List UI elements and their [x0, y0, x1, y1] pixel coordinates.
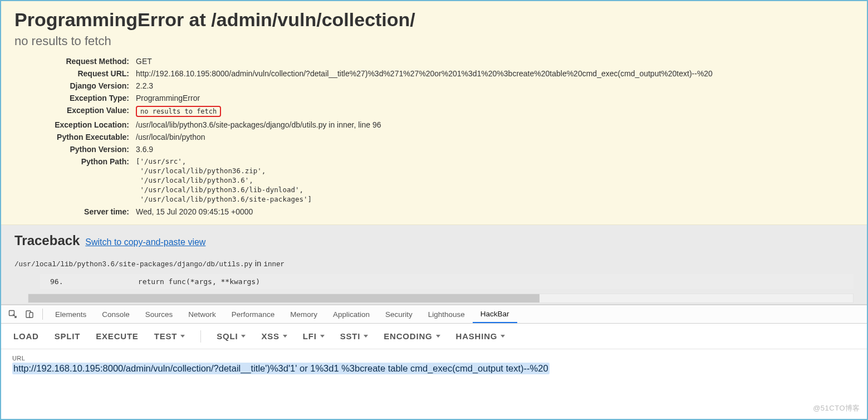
hackbar-xss-button[interactable]: XSS	[261, 331, 287, 341]
svg-rect-2	[30, 312, 33, 318]
info-value: http://192.168.10.195:8000/admin/vuln/co…	[133, 67, 716, 80]
url-input[interactable]: http://192.168.10.195:8000/admin/vuln/co…	[12, 363, 550, 374]
devtools-tabstrip: ElementsConsoleSourcesNetworkPerformance…	[1, 305, 867, 324]
devtools-tab-performance[interactable]: Performance	[224, 305, 282, 323]
hackbar-sqli-button[interactable]: SQLI	[217, 331, 246, 341]
devtools-tab-sources[interactable]: Sources	[138, 305, 181, 323]
django-error-summary: ProgrammingError at /admin/vuln/collecti…	[1, 1, 867, 225]
devtools-tab-console[interactable]: Console	[94, 305, 138, 323]
traceback-file-path: /usr/local/lib/python3.6/site-packages/d…	[14, 261, 253, 268]
info-value: Wed, 15 Jul 2020 09:45:15 +0000	[133, 206, 716, 218]
info-label: Request Method:	[14, 55, 133, 67]
hackbar-url-section: URL http://192.168.10.195:8000/admin/vul…	[1, 349, 867, 377]
traceback-heading: Traceback	[14, 233, 80, 248]
info-label: Exception Location:	[14, 119, 133, 131]
button-label: SSTI	[340, 331, 361, 341]
devtools-tab-network[interactable]: Network	[180, 305, 224, 323]
separator	[200, 330, 201, 343]
info-label: Python Version:	[14, 143, 133, 155]
info-value: /usr/local/lib/python3.6/site-packages/d…	[133, 119, 716, 131]
info-value: GET	[133, 55, 716, 67]
traceback-code-line[interactable]: 96. return func(*args, **kwargs)	[40, 274, 854, 289]
page-title: ProgrammingError at /admin/vuln/collecti…	[14, 9, 854, 31]
traceback-func: inner	[264, 261, 285, 268]
inspect-icon[interactable]	[7, 308, 19, 320]
error-subtitle: no results to fetch	[14, 34, 854, 48]
traceback-code: return func(*args, **kwargs)	[134, 277, 260, 286]
devtools-tab-memory[interactable]: Memory	[282, 305, 325, 323]
chevron-down-icon	[283, 335, 287, 338]
button-label: LOAD	[13, 331, 39, 341]
url-label: URL	[12, 355, 856, 362]
info-label: Python Path:	[14, 155, 133, 206]
chevron-down-icon	[241, 335, 246, 338]
hackbar-load-button[interactable]: LOAD	[13, 331, 39, 341]
chevron-down-icon	[501, 335, 505, 338]
info-value: /usr/local/bin/python	[133, 131, 716, 143]
hackbar-test-button[interactable]: TEST	[154, 331, 185, 341]
info-label: Request URL:	[14, 67, 133, 80]
error-info-table: Request Method: GET Request URL: http://…	[14, 55, 716, 218]
hackbar-toolbar: LOADSPLITEXECUTETESTSQLIXSSLFISSTIENCODI…	[1, 324, 867, 349]
button-label: HASHING	[456, 331, 498, 341]
chevron-down-icon	[320, 335, 325, 338]
info-label: Django Version:	[14, 80, 133, 92]
button-label: SPLIT	[55, 331, 81, 341]
horizontal-scrollbar[interactable]	[28, 294, 854, 303]
scrollbar-thumb[interactable]	[28, 294, 540, 302]
chevron-down-icon	[436, 335, 440, 338]
info-value: no results to fetch	[136, 106, 221, 117]
button-label: XSS	[261, 331, 279, 341]
traceback-frame-location: /usr/local/lib/python3.6/site-packages/d…	[14, 258, 854, 268]
devtools-tab-application[interactable]: Application	[325, 305, 377, 323]
hackbar-lfi-button[interactable]: LFI	[303, 331, 325, 341]
watermark: @51CTO博客	[813, 403, 860, 413]
hackbar-execute-button[interactable]: EXECUTE	[96, 331, 138, 341]
separator	[42, 309, 43, 320]
info-value: 3.6.9	[133, 143, 716, 155]
traceback-switch-link[interactable]: Switch to copy-and-paste view	[85, 237, 205, 247]
chevron-down-icon	[364, 335, 368, 338]
devtools-tab-lighthouse[interactable]: Lighthouse	[420, 305, 473, 323]
hackbar-split-button[interactable]: SPLIT	[55, 331, 81, 341]
device-toolbar-icon[interactable]	[23, 308, 36, 320]
info-label: Exception Type:	[14, 92, 133, 104]
button-label: LFI	[303, 331, 317, 341]
exception-value-highlight: no results to fetch	[133, 104, 716, 119]
traceback-in-word: in	[253, 258, 264, 268]
chevron-down-icon	[180, 335, 185, 338]
info-value: ProgrammingError	[133, 92, 716, 104]
button-label: TEST	[154, 331, 178, 341]
devtools-tab-elements[interactable]: Elements	[47, 305, 94, 323]
info-label: Python Executable:	[14, 131, 133, 143]
info-label: Server time:	[14, 206, 133, 218]
button-label: ENCODING	[384, 331, 432, 341]
info-label: Exception Value:	[14, 104, 133, 119]
devtools-tab-hackbar[interactable]: HackBar	[473, 305, 517, 323]
hackbar-hashing-button[interactable]: HASHING	[456, 331, 506, 341]
hackbar-ssti-button[interactable]: SSTI	[340, 331, 369, 341]
button-label: EXECUTE	[96, 331, 138, 341]
info-value: 2.2.3	[133, 80, 716, 92]
traceback-line-number: 96.	[50, 277, 134, 286]
info-value: ['/usr/src', '/usr/local/lib/python36.zi…	[133, 155, 716, 206]
button-label: SQLI	[217, 331, 238, 341]
devtools-tab-security[interactable]: Security	[377, 305, 420, 323]
hackbar-encoding-button[interactable]: ENCODING	[384, 331, 440, 341]
traceback-panel: Traceback Switch to copy-and-paste view …	[1, 225, 867, 305]
